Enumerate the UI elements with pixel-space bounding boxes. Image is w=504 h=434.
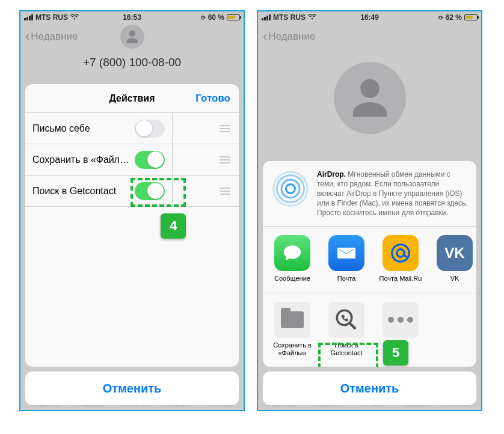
- mail-icon: [328, 235, 364, 271]
- nav-bar: ‹ Недавние: [20, 23, 244, 50]
- chevron-left-icon: ‹: [263, 30, 267, 43]
- drag-handle-icon[interactable]: [218, 188, 232, 195]
- action-label: Сохранить в «Файл…: [32, 154, 135, 165]
- getcontact-search-icon: [328, 302, 364, 338]
- battery-icon: [227, 14, 240, 20]
- back-button[interactable]: ‹ Недавние: [263, 30, 315, 43]
- airdrop-icon: [271, 170, 310, 208]
- signal-icon: [24, 14, 33, 20]
- share-action-save-files[interactable]: Сохранить в «Файлы»: [265, 302, 319, 357]
- toggle-save-files[interactable]: [135, 151, 165, 169]
- back-label: Недавние: [31, 31, 78, 43]
- back-button[interactable]: ‹ Недавние: [25, 30, 78, 43]
- action-row-save-files: Сохранить в «Файл…: [25, 144, 239, 176]
- messages-icon: [274, 235, 310, 271]
- rotation-lock-icon: ⟳: [201, 14, 206, 21]
- action-row-email-self: Письмо себе: [25, 113, 239, 144]
- badge-5: 5: [383, 340, 408, 365]
- airdrop-text: AirDrop. Мгновенный обмен данными с теми…: [317, 170, 468, 218]
- svg-point-1: [281, 180, 300, 198]
- folder-icon: [274, 302, 310, 338]
- battery-percent: 60 %: [208, 13, 224, 22]
- more-icon: [383, 302, 419, 338]
- action-row-getcontact: Поиск в Getcontact: [25, 176, 239, 207]
- contact-avatar: [120, 25, 144, 49]
- action-label: Письмо себе: [32, 123, 135, 134]
- drag-handle-icon[interactable]: [218, 156, 232, 164]
- share-apps-row: Сообщение Почта Почта Mail.Ru VK VK: [263, 226, 476, 292]
- contact-avatar-large: [334, 62, 406, 134]
- battery-icon: [464, 14, 478, 20]
- phone-screenshot-left: MTS RUS 16:53 ⟳ 60 % ‹ Недавние +7 (800)…: [19, 10, 245, 411]
- share-sheet: AirDrop. Мгновенный обмен данными с теми…: [263, 161, 476, 406]
- signal-icon: [262, 14, 271, 20]
- toggle-getcontact[interactable]: [135, 182, 165, 200]
- share-app-mail[interactable]: Почта: [319, 235, 373, 283]
- contact-phone: +7 (800) 100-08-00: [20, 56, 244, 69]
- svg-point-3: [274, 171, 307, 205]
- mailru-icon: [383, 235, 419, 271]
- wifi-icon: [70, 14, 79, 21]
- done-button[interactable]: Готово: [195, 93, 230, 105]
- chevron-left-icon: ‹: [25, 30, 29, 43]
- status-bar: MTS RUS 16:49 ⟳ 62 %: [258, 11, 481, 23]
- sheet-header: Действия Готово: [25, 84, 239, 113]
- svg-point-4: [392, 245, 410, 262]
- share-app-messages[interactable]: Сообщение: [265, 235, 319, 283]
- airdrop-section: AirDrop. Мгновенный обмен данными с теми…: [263, 161, 476, 227]
- activities-sheet: Действия Готово Письмо себе Сохранить в …: [25, 84, 239, 405]
- svg-point-0: [286, 184, 295, 193]
- back-label: Недавние: [268, 31, 315, 43]
- share-app-vk[interactable]: VK VK: [428, 235, 476, 283]
- rotation-lock-icon: ⟳: [438, 14, 443, 21]
- carrier-label: MTS RUS: [35, 13, 68, 22]
- svg-point-5: [397, 249, 405, 257]
- wifi-icon: [308, 14, 316, 21]
- carrier-label: MTS RUS: [273, 13, 306, 22]
- phone-screenshot-right: MTS RUS 16:49 ⟳ 62 % ‹ Недавние Избранны…: [257, 10, 482, 411]
- toggle-email-self[interactable]: [135, 120, 165, 138]
- action-label: Поиск в Getcontact: [32, 186, 135, 197]
- share-actions-row: Сохранить в «Файлы» Поиск в Getcontact: [263, 293, 476, 367]
- drag-handle-icon[interactable]: [218, 125, 232, 132]
- badge-4: 4: [161, 213, 186, 239]
- sheet-title: Действия: [109, 93, 155, 104]
- share-action-getcontact[interactable]: Поиск в Getcontact: [319, 302, 373, 357]
- status-bar: MTS RUS 16:53 ⟳ 60 %: [20, 11, 244, 23]
- nav-bar: ‹ Недавние: [258, 23, 481, 50]
- battery-percent: 62 %: [446, 13, 462, 22]
- vk-icon: VK: [437, 235, 473, 271]
- cancel-button[interactable]: Отменить: [263, 371, 476, 405]
- share-app-mailru[interactable]: Почта Mail.Ru: [373, 235, 428, 283]
- cancel-button[interactable]: Отменить: [25, 371, 239, 405]
